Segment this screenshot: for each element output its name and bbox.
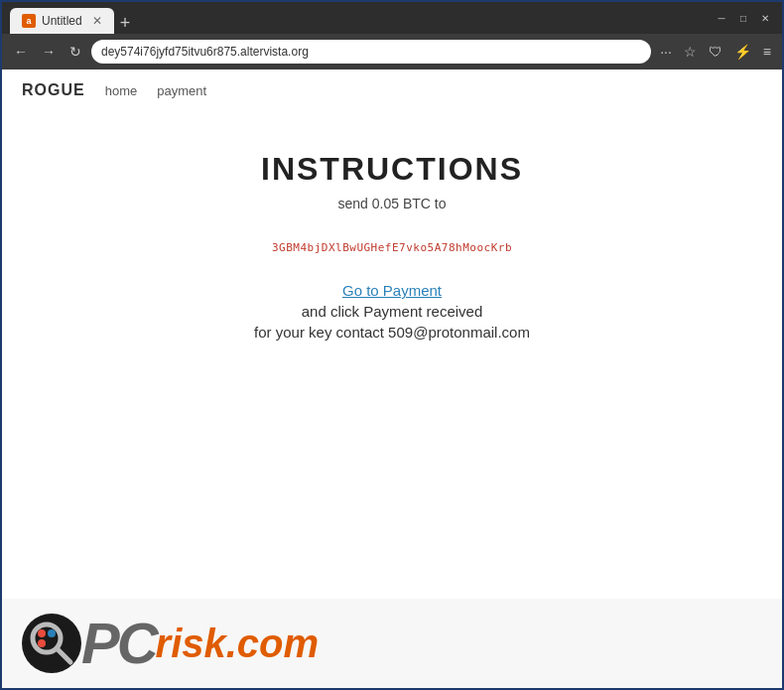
lightning-icon[interactable]: ⚡ [731,42,754,62]
tab-area: a Untitled ✕ + [10,2,713,34]
reload-button[interactable]: ↻ [65,42,85,62]
logo-risk-text: risk.com [156,623,320,663]
page-title: INSTRUCTIONS [261,151,523,188]
forward-button[interactable]: → [38,42,60,62]
toolbar-icons: ··· ☆ 🛡 ⚡ ≡ [657,42,774,62]
main-content: INSTRUCTIONS send 0.05 BTC to 3GBM4bjDXl… [2,111,782,599]
minimize-button[interactable]: ─ [713,9,730,27]
more-icon[interactable]: ··· [657,42,675,62]
payment-link[interactable]: Go to Payment [342,282,442,299]
tab-close-button[interactable]: ✕ [92,14,102,28]
nav-link-payment[interactable]: payment [157,83,206,98]
svg-line-1 [57,648,70,662]
maximize-button[interactable]: □ [734,9,752,27]
shield-icon[interactable]: 🛡 [706,42,725,62]
site-nav: ROGUE home payment [2,69,782,111]
address-bar: ← → ↻ ··· ☆ 🛡 ⚡ ≡ [2,34,782,69]
watermark-area: PC risk.com [2,599,782,688]
browser-content: ROGUE home payment INSTRUCTIONS send 0.0… [2,69,782,688]
nav-link-home[interactable]: home [105,83,138,98]
star-icon[interactable]: ☆ [681,42,700,62]
menu-icon[interactable]: ≡ [760,42,774,62]
pcrisk-logo: PC risk.com [22,614,319,673]
tab-favicon: a [22,14,36,28]
subtitle-text: send 0.05 BTC to [338,196,447,211]
back-button[interactable]: ← [10,42,32,62]
address-input[interactable] [91,40,651,64]
payment-received-text: and click Payment received [302,303,483,320]
logo-pc-text: PC [81,615,156,672]
window-controls: ─ □ ✕ [713,9,774,27]
svg-point-3 [48,629,56,637]
logo-icon [22,614,81,673]
close-button[interactable]: ✕ [756,9,774,27]
nav-brand: ROGUE [22,81,85,99]
svg-point-4 [38,639,46,647]
active-tab[interactable]: a Untitled ✕ [10,8,114,34]
browser-window: a Untitled ✕ + ─ □ ✕ ← → ↻ ··· ☆ 🛡 ⚡ ≡ R… [0,0,784,690]
btc-address: 3GBM4bjDXlBwUGHefE7vko5A78hMoocKrb [272,241,512,254]
title-bar: a Untitled ✕ + ─ □ ✕ [2,2,782,34]
svg-point-2 [38,629,46,637]
contact-text: for your key contact 509@protonmail.com [254,324,530,341]
tab-title: Untitled [42,14,82,28]
new-tab-button[interactable]: + [114,13,137,34]
